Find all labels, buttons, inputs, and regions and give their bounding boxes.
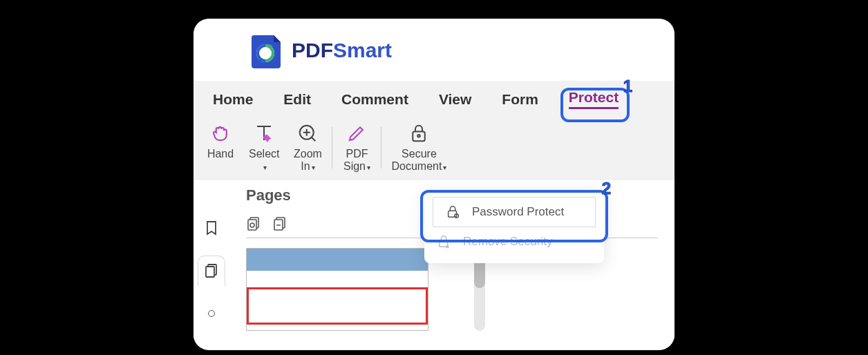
svg-rect-2 [413,132,426,142]
tool-zoom-label: Zoom In [294,148,322,172]
thumb-selection [247,287,428,325]
page-action-1-icon[interactable] [246,215,263,232]
tab-edit[interactable]: Edit [283,91,311,108]
rail-pages[interactable] [198,256,225,286]
tool-secure-label: Secure Document [392,148,442,172]
secure-document-menu: Password Protect Remove Security [424,190,604,263]
tool-pdf-sign[interactable]: PDF Sign▾ [335,122,378,173]
rail-bookmark[interactable] [198,213,225,243]
menu-password-protect-label: Password Protect [472,205,564,219]
caret-icon: ▾ [367,164,370,171]
tab-view[interactable]: View [439,91,471,108]
tool-hand-label: Hand [207,148,234,160]
menu-password-protect[interactable]: Password Protect [433,197,596,227]
lock-icon [407,122,431,145]
tool-zoom-in[interactable]: Zoom In▾ [286,122,329,173]
tab-comment[interactable]: Comment [341,91,408,108]
thumb-gap [247,271,428,287]
caret-icon: ▾ [312,164,315,171]
tool-select-label: Select [249,148,279,160]
brand-logo: PDFSmart [194,19,674,81]
caret-icon: ▾ [443,164,446,171]
toolbar-separator [332,127,332,169]
page-action-2-icon[interactable] [272,215,289,232]
tab-home[interactable]: Home [213,91,253,108]
tool-select[interactable]: Select▾ [242,122,286,173]
tool-hand[interactable]: Hand [199,122,242,160]
svg-point-6 [209,310,215,316]
svg-rect-5 [206,267,214,277]
pdfsmart-logo-icon [250,32,283,68]
zoom-in-icon [296,122,319,145]
lock-person-icon [446,204,461,220]
app-window: PDFSmart Home Edit Comment View Form Pro… [194,19,674,350]
side-rail [194,180,229,340]
page-thumbnail[interactable] [246,248,428,331]
toolbar-separator [381,127,381,169]
hand-icon [209,122,232,145]
menu-remove-security[interactable]: Remove Security [424,227,604,256]
select-icon [252,122,276,145]
tool-sign-label: PDF Sign [343,148,368,172]
svg-point-3 [418,135,421,137]
tab-form[interactable]: Form [502,91,538,108]
tab-protect[interactable]: Protect [569,89,619,109]
svg-rect-8 [248,220,256,230]
brand-smart: Smart [333,39,392,61]
lock-remove-icon [437,234,452,249]
brand-text: PDFSmart [292,39,392,62]
caret-icon: ▾ [263,164,267,171]
brand-pdf: PDF [292,39,333,61]
main-tabs: Home Edit Comment View Form Protect [194,81,674,116]
menu-remove-security-label: Remove Security [463,235,552,249]
thumb-header-region [247,249,428,271]
rail-more[interactable] [198,298,225,329]
tool-secure-document[interactable]: Secure Document▾ [384,122,453,173]
pencil-icon [345,122,368,145]
ribbon-toolbar: Hand Select▾ Zoom In▾ [194,116,674,180]
